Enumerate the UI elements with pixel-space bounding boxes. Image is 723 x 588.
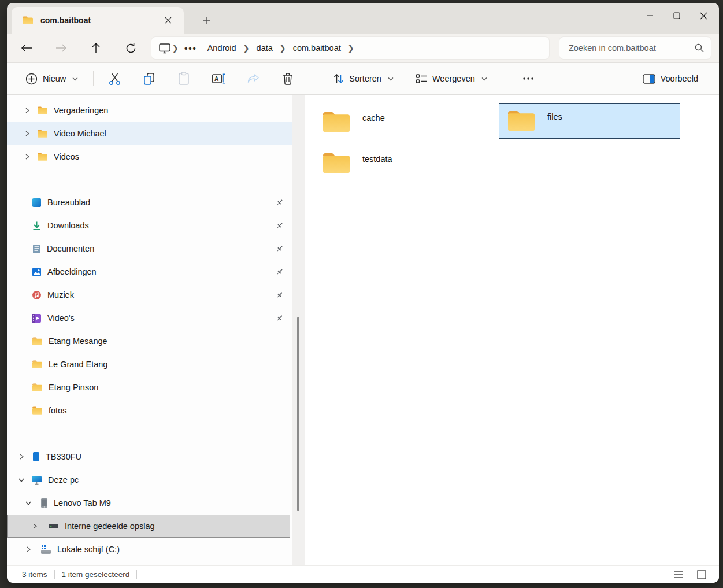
folder-tile-testdata[interactable]: testdata (314, 146, 495, 181)
breadcrumb-com-baitboat[interactable]: com.baitboat (287, 43, 347, 53)
sidebar-item-label: Videos (54, 152, 79, 161)
folder-tile-cache[interactable]: cache (314, 105, 495, 140)
search-input[interactable]: Zoeken in com.baitboat (559, 37, 711, 59)
chevron-right-icon[interactable] (23, 153, 31, 161)
back-button[interactable] (15, 38, 38, 58)
sidebar-item-etang-mesange[interactable]: Etang Mesange (7, 330, 292, 353)
music-icon (32, 290, 42, 300)
new-button[interactable]: Nieuw (18, 69, 85, 89)
preview-button-label: Voorbeeld (661, 74, 698, 83)
cut-button[interactable] (102, 68, 127, 90)
paste-button[interactable] (171, 68, 196, 90)
minimize-button[interactable] (637, 3, 663, 28)
sidebar-item-label: Lenovo Tab M9 (54, 498, 111, 508)
more-options-button[interactable] (516, 68, 541, 90)
copy-button[interactable] (136, 68, 162, 90)
sidebar-item-label: Documenten (47, 244, 94, 253)
documents-icon (32, 244, 41, 254)
breadcrumb-chevron: ❯ (242, 44, 251, 53)
sidebar-item-lenovo-tab-m9[interactable]: Lenovo Tab M9 (7, 491, 292, 515)
plus-circle-icon (25, 73, 38, 85)
sidebar-item-fotos[interactable]: fotos (7, 399, 292, 422)
sidebar-item-video-michael[interactable]: Video Michael (7, 122, 292, 145)
internal-storage-icon (48, 523, 59, 529)
file-list[interactable]: cache files testdata (305, 95, 719, 565)
sort-button[interactable]: Sorteren (327, 69, 401, 88)
breadcrumb-chevron: ❯ (171, 44, 180, 53)
sidebar-item-tb330fu[interactable]: TB330FU (7, 445, 292, 468)
folder-tile-files[interactable]: files (499, 103, 680, 139)
scrollbar-thumb[interactable] (297, 317, 299, 511)
sidebar-item-lokale-schijf-c[interactable]: Lokale schijf (C:) (7, 538, 292, 561)
breadcrumb-overflow[interactable]: ••• (180, 43, 202, 53)
sidebar-item-vergaderingen[interactable]: Vergaderingen (7, 99, 292, 122)
sidebar-item-label: Deze pc (48, 475, 79, 485)
view-button-label: Weergeven (432, 74, 475, 83)
tab-title: com.baitboat (40, 16, 161, 25)
chevron-right-icon[interactable] (24, 545, 32, 553)
folder-icon (37, 106, 48, 115)
forward-button[interactable] (50, 38, 73, 58)
status-divider (136, 570, 137, 579)
folder-icon (37, 129, 48, 138)
sidebar-divider (13, 434, 285, 434)
breadcrumb-data[interactable]: data (251, 43, 279, 53)
chevron-right-icon[interactable] (17, 453, 25, 461)
sidebar-divider (13, 179, 285, 179)
sidebar-scrollbar[interactable] (292, 95, 305, 565)
sidebar-item-videos[interactable]: Videos (7, 145, 292, 168)
chevron-right-icon[interactable] (23, 130, 31, 138)
preview-button[interactable]: Voorbeeld (636, 70, 705, 88)
sidebar-item-label: fotos (49, 406, 66, 415)
breadcrumb-android[interactable]: Android (202, 43, 242, 53)
sidebar-item-downloads[interactable]: Downloads (7, 214, 292, 237)
sidebar-item-etang-pinson[interactable]: Etang Pinson (7, 376, 292, 399)
address-bar[interactable]: ❯ ••• Android ❯ data ❯ com.baitboat ❯ (151, 37, 549, 59)
local-disk-icon (40, 545, 51, 554)
selection-count: 1 item geselecteerd (55, 570, 137, 579)
chevron-down-icon[interactable] (24, 499, 32, 507)
chevron-down-icon[interactable] (17, 476, 25, 484)
sidebar-item-muziek[interactable]: Muziek (7, 283, 292, 306)
large-icons-view-button[interactable] (695, 568, 709, 581)
sidebar-item-videos-library[interactable]: Video's (7, 306, 292, 330)
refresh-button[interactable] (119, 38, 142, 58)
videos-icon (32, 313, 42, 323)
rename-button[interactable]: A (206, 68, 231, 90)
folder-icon (506, 108, 536, 135)
share-button[interactable] (240, 68, 266, 90)
search-placeholder: Zoeken in com.baitboat (569, 43, 695, 53)
view-button[interactable]: Weergeven (409, 69, 494, 88)
sidebar-item-interne-gedeelde-opslag[interactable]: Interne gedeelde opslag (7, 515, 290, 538)
delete-button[interactable] (275, 68, 301, 90)
pin-icon (276, 221, 284, 230)
tab-com-baitboat[interactable]: com.baitboat (12, 7, 184, 34)
sidebar-item-deze-pc[interactable]: Deze pc (7, 468, 292, 491)
pin-icon (276, 314, 284, 322)
new-tab-button[interactable] (198, 12, 215, 29)
sidebar-item-label: Afbeeldingen (47, 267, 97, 276)
up-button[interactable] (84, 38, 107, 58)
details-view-button[interactable] (672, 568, 685, 581)
tab-close-icon[interactable] (161, 13, 176, 28)
downloads-icon (32, 221, 42, 231)
pictures-icon (32, 267, 42, 277)
search-icon (695, 43, 704, 53)
chevron-right-icon[interactable] (31, 522, 39, 530)
maximize-button[interactable] (663, 3, 690, 28)
sidebar-item-le-grand-etang[interactable]: Le Grand Etang (7, 353, 292, 376)
status-bar: 3 items 1 item geselecteerd (7, 565, 719, 583)
sidebar-item-documenten[interactable]: Documenten (7, 237, 292, 260)
chevron-right-icon[interactable] (23, 106, 31, 114)
close-button[interactable] (690, 3, 717, 28)
folder-tile-label: testdata (362, 154, 392, 177)
item-count: 3 items (16, 570, 54, 579)
folder-icon (32, 360, 43, 369)
navigation-pane: Vergaderingen Video Michael Videos Burea… (7, 95, 292, 565)
svg-text:A: A (214, 76, 218, 82)
folder-icon (22, 16, 34, 25)
sidebar-item-afbeeldingen[interactable]: Afbeeldingen (7, 260, 292, 283)
sidebar-item-bureaublad[interactable]: Bureaublad (7, 191, 292, 214)
chevron-down-icon (388, 77, 394, 81)
folder-tile-label: cache (362, 113, 385, 136)
